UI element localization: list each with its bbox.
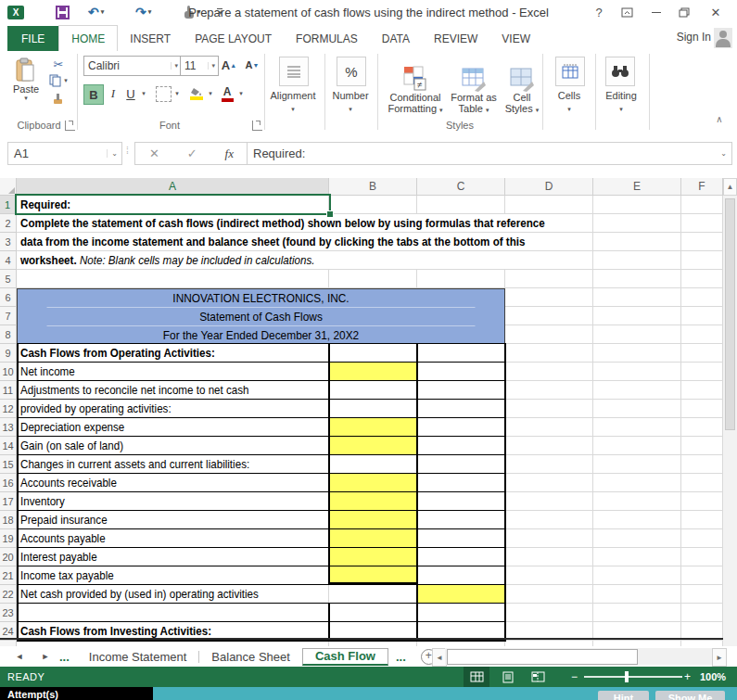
expand-formula-bar-icon[interactable]: ⌄ [720, 149, 731, 158]
conditional-formatting-button[interactable]: ≠ Conditional Formatting ▾ [387, 54, 444, 128]
formula-bar-splitter[interactable]: ⁞ [126, 146, 129, 156]
row-header-17[interactable]: 17 [0, 492, 17, 511]
row-header-22[interactable]: 22 [0, 585, 17, 604]
fill-color-dropdown-icon[interactable]: ▾ [206, 84, 215, 103]
ribbon-tab-file[interactable]: FILE [7, 26, 58, 51]
decrease-font-size-icon[interactable]: A▼ [242, 56, 262, 74]
font-dialog-launcher-icon[interactable] [252, 121, 262, 131]
input-cell-B10[interactable] [330, 363, 416, 380]
fill-color-icon[interactable] [188, 84, 205, 103]
column-header-B[interactable]: B [329, 178, 417, 196]
paste-button[interactable]: Paste▾ [9, 55, 43, 105]
format-as-table-button[interactable]: Format as Table ▾ [448, 54, 500, 128]
underline-dropdown-icon[interactable]: ▾ [139, 84, 148, 103]
row-header-9[interactable]: 9 [0, 344, 17, 363]
hscroll-right-icon[interactable]: ► [712, 648, 727, 667]
sheet-tab-balance-sheet[interactable]: Balance Sheet [199, 646, 302, 667]
italic-button[interactable]: I [106, 84, 121, 103]
borders-dropdown-icon[interactable]: ▾ [172, 84, 182, 103]
input-cell-B20[interactable] [330, 548, 416, 566]
input-cell-B14[interactable] [330, 437, 416, 454]
column-header-E[interactable]: E [593, 178, 681, 196]
selected-cell-A1[interactable] [15, 194, 331, 215]
close-icon[interactable]: ✕ [705, 4, 726, 20]
increase-font-size-icon[interactable]: A▲ [219, 56, 239, 74]
name-box-dropdown-icon[interactable]: ⌄ [107, 149, 121, 158]
editing-button[interactable] [605, 57, 635, 86]
confirm-entry-icon[interactable]: ✓ [187, 146, 197, 160]
row-header-15[interactable]: 15 [0, 455, 17, 474]
column-header-D[interactable]: D [505, 178, 593, 196]
vscroll-up-icon[interactable]: ▲ [723, 178, 737, 196]
cell-styles-button[interactable]: Cell Styles ▾ [502, 54, 542, 128]
sheet-tab-income-statement[interactable]: Income Statement [77, 646, 199, 667]
cancel-entry-icon[interactable]: ✕ [149, 146, 159, 160]
sheet-tab-cash-flow[interactable]: Cash Flow [302, 648, 388, 666]
fill-handle[interactable] [326, 210, 334, 218]
ribbon-display-options-icon[interactable] [616, 4, 637, 20]
row-header-6[interactable]: 6 [0, 288, 17, 307]
input-cell-B16[interactable] [330, 474, 416, 491]
format-painter-icon[interactable] [48, 91, 69, 106]
ribbon-tab-home[interactable]: HOME [58, 25, 118, 51]
name-box[interactable]: A1 ⌄ [7, 142, 122, 165]
copy-icon[interactable]: ▾ [48, 73, 69, 88]
row-header-8[interactable]: 8 [0, 325, 17, 344]
ribbon-tab-data[interactable]: DATA [370, 26, 422, 51]
restore-icon[interactable] [674, 4, 694, 20]
row-header-2[interactable]: 2 [0, 214, 17, 233]
clipboard-dialog-launcher-icon[interactable] [65, 121, 75, 131]
underline-button[interactable]: U [123, 84, 138, 103]
row-header-4[interactable]: 4 [0, 251, 17, 270]
ribbon-tab-review[interactable]: REVIEW [422, 26, 489, 51]
sign-in-link[interactable]: Sign In [677, 31, 711, 44]
input-cell-B17[interactable] [330, 492, 416, 510]
zoom-slider-handle[interactable] [625, 671, 629, 682]
ribbon-tab-formulas[interactable]: FORMULAS [284, 26, 370, 51]
sheet-overflow-right[interactable]: ... [396, 650, 406, 664]
input-cell-C22[interactable] [418, 585, 504, 603]
font-color-dropdown-icon[interactable]: ▾ [236, 84, 246, 103]
collapse-ribbon-icon[interactable]: ∧ [712, 112, 727, 125]
row-header-5[interactable]: 5 [0, 270, 17, 288]
row-header-14[interactable]: 14 [0, 437, 17, 455]
column-header-F[interactable]: F [681, 178, 723, 196]
help-icon[interactable]: ? [589, 4, 609, 20]
font-color-icon[interactable]: A [220, 84, 235, 103]
alignment-button[interactable] [279, 57, 309, 86]
font-name-combo[interactable]: Calibri▾ [83, 56, 182, 76]
show-me-button[interactable]: Show Me [655, 691, 725, 700]
row-header-13[interactable]: 13 [0, 418, 17, 437]
zoom-slider-track[interactable] [584, 676, 682, 678]
row-header-11[interactable]: 11 [0, 381, 17, 400]
row-header-23[interactable]: 23 [0, 604, 17, 622]
zoom-out-icon[interactable]: − [571, 670, 578, 683]
hint-button[interactable]: Hint [598, 691, 649, 700]
normal-view-icon[interactable] [464, 667, 489, 687]
zoom-in-icon[interactable]: + [684, 670, 691, 683]
input-cell-B19[interactable] [330, 529, 416, 547]
ribbon-tab-insert[interactable]: INSERT [118, 26, 183, 51]
cells-button[interactable] [555, 57, 585, 86]
sheet-overflow-left[interactable]: ... [59, 650, 70, 664]
sheet-nav-right-icon[interactable]: ► [39, 652, 52, 661]
ribbon-tab-view[interactable]: VIEW [489, 26, 542, 51]
input-cell-B13[interactable] [330, 418, 416, 436]
font-size-combo[interactable]: 11▾ [180, 56, 219, 76]
column-header-C[interactable]: C [417, 178, 505, 196]
hscroll-track[interactable] [445, 648, 712, 665]
ribbon-tab-page-layout[interactable]: PAGE LAYOUT [183, 26, 284, 51]
zoom-level[interactable]: 100% [700, 671, 726, 682]
row-header-10[interactable]: 10 [0, 363, 17, 381]
row-header-12[interactable]: 12 [0, 400, 17, 418]
row-header-16[interactable]: 16 [0, 474, 17, 492]
minimize-icon[interactable] [646, 4, 667, 20]
row-header-21[interactable]: 21 [0, 566, 17, 585]
number-format-button[interactable]: % [337, 57, 366, 86]
insert-function-icon[interactable]: fx [225, 146, 234, 161]
input-cell-B18[interactable] [330, 511, 416, 528]
sheet-nav-left-icon[interactable]: ◄ [13, 652, 26, 661]
page-break-view-icon[interactable] [525, 667, 551, 687]
avatar[interactable] [714, 28, 732, 48]
row-header-7[interactable]: 7 [0, 307, 17, 325]
